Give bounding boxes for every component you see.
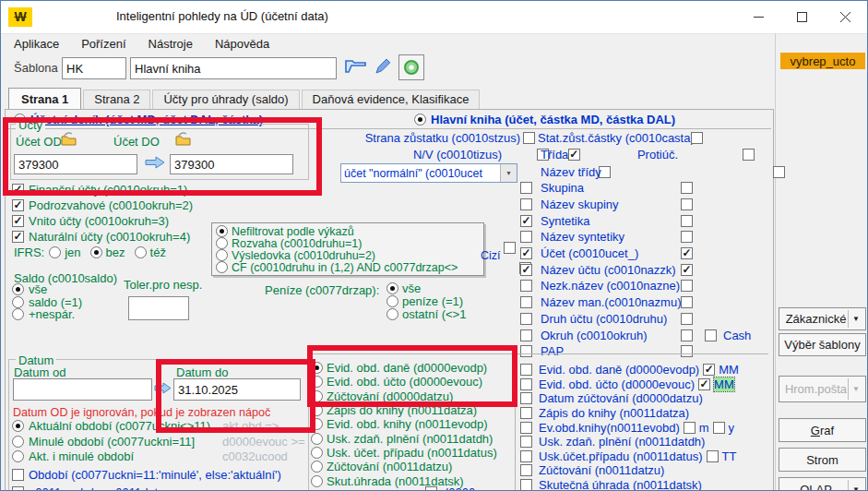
- checkbox[interactable]: [12, 184, 24, 196]
- vykaz-option[interactable]: CF (c0010druhu in (1,2) AND c0077drzap<>: [216, 261, 458, 273]
- radio-button[interactable]: [49, 246, 61, 258]
- radio-button[interactable]: [311, 475, 323, 487]
- chevron-down-icon[interactable]: [500, 164, 517, 182]
- radio-button[interactable]: [12, 283, 24, 295]
- period-option[interactable]: Aktuální období (c0077uckni<>11) akt.obd…: [12, 418, 316, 434]
- checkbox[interactable]: [520, 407, 532, 419]
- radio-button[interactable]: [386, 295, 398, 307]
- minimize-icon[interactable]: [737, 1, 780, 32]
- checkbox[interactable]: [520, 296, 532, 308]
- folder-icon[interactable]: [174, 131, 192, 150]
- radio-button[interactable]: [311, 390, 323, 402]
- tab[interactable]: Daňová evidence, Klasifikace: [302, 90, 481, 109]
- tab[interactable]: Strana 2: [83, 90, 150, 109]
- ucet-do-input[interactable]: [170, 154, 293, 174]
- zakaznicke-dropdown-button[interactable]: Zákaznické: [779, 307, 866, 330]
- checkbox[interactable]: [520, 264, 532, 276]
- view-mode-kniha-radio[interactable]: Hlavní kniha (účet, částka MD, částka DA…: [414, 113, 675, 126]
- date-checkbox-row[interactable]: Ev.obd.knihy(n0011evobd) m y: [520, 420, 739, 435]
- radio-button[interactable]: [311, 447, 323, 459]
- vyber-sablony-button[interactable]: Výběr šablony: [779, 333, 866, 356]
- checkbox[interactable]: [12, 215, 24, 227]
- period-option[interactable]: Akt. i minulé období c0032ucood: [12, 449, 316, 465]
- edit-pencil-icon[interactable]: [374, 57, 392, 78]
- checkbox[interactable]: [520, 247, 532, 259]
- vykaz-option[interactable]: Rozvaha (c0010druhu=1): [216, 237, 458, 249]
- protiuc-checkbox[interactable]: [681, 329, 693, 341]
- checkbox[interactable]: [12, 199, 24, 211]
- date-checkbox-row[interactable]: Datum zúčtování (d0000datzu): [520, 391, 739, 406]
- protiuc-checkbox[interactable]: [681, 215, 693, 227]
- penize-option[interactable]: vše: [386, 281, 466, 294]
- evid-option[interactable]: Usk. zdaň. plnění (n0011datdh): [311, 431, 497, 445]
- trida-checkbox[interactable]: [568, 149, 580, 161]
- ucet-od-input[interactable]: [14, 154, 137, 174]
- datum-do-input[interactable]: [173, 378, 301, 401]
- protiuc-checkbox[interactable]: [681, 182, 693, 194]
- ifrs-option[interactable]: též: [135, 246, 166, 259]
- radio-button[interactable]: [216, 249, 228, 261]
- checkbox[interactable]: [520, 313, 532, 325]
- date-checkbox-row[interactable]: Zúčtování (n0011datzu): [520, 463, 739, 478]
- okruh-checkbox-row[interactable]: Finanční účty (c0010okruh=1): [12, 182, 193, 198]
- protiuc-checkbox[interactable]: [681, 313, 693, 325]
- cash-checkbox[interactable]: [705, 329, 717, 341]
- graf-button[interactable]: Graf: [779, 418, 866, 442]
- okruh-checkbox-row[interactable]: Vnito účty (c0010okruh=3): [12, 213, 193, 229]
- template-code-input[interactable]: [62, 57, 126, 79]
- radio-button[interactable]: [311, 376, 323, 388]
- suffix-checkbox[interactable]: [707, 450, 719, 462]
- checkbox[interactable]: [520, 215, 532, 227]
- checkbox[interactable]: [520, 329, 532, 341]
- radio-button[interactable]: [12, 436, 24, 448]
- saldo-option[interactable]: saldo (=1): [12, 295, 82, 307]
- okruh-checkbox-row[interactable]: Podrozvahové (c0010okruh=2): [12, 198, 193, 213]
- protiuc-nazev-tridy-checkbox[interactable]: [773, 166, 785, 178]
- protiuc-checkbox[interactable]: [681, 280, 693, 292]
- evid-option[interactable]: Skut.úhrada (n0011datsk): [311, 473, 497, 487]
- ifrs-option[interactable]: bez: [90, 246, 125, 259]
- saldo-option[interactable]: +nespár.: [12, 308, 82, 320]
- date-checkbox-row[interactable]: Usk.účet.případu (n0011datus) TT: [520, 449, 739, 464]
- radio-button[interactable]: [311, 404, 323, 416]
- radio-button[interactable]: [311, 418, 323, 430]
- suffix-checkbox[interactable]: [703, 364, 715, 376]
- checkbox[interactable]: [520, 422, 532, 434]
- evid-option[interactable]: Zúčtování (n0011datzu): [311, 460, 497, 473]
- checkbox[interactable]: [520, 464, 532, 476]
- evid-option[interactable]: Evid. obd. účto (d0000evouc): [311, 375, 497, 389]
- radio-button[interactable]: [12, 308, 24, 320]
- radio-button[interactable]: [311, 433, 323, 445]
- menu-item[interactable]: Nápověda: [204, 37, 280, 51]
- olap-dropdown-button[interactable]: OLAP: [779, 477, 866, 491]
- tab[interactable]: Účty pro úhrady (saldo): [152, 90, 299, 109]
- date-checkbox-row[interactable]: Usk. zdaň. plnění (n0011datdh): [520, 435, 739, 449]
- evid-option[interactable]: Zápis do knihy (n0011datza): [311, 403, 497, 417]
- date-checkbox-row[interactable]: Skutečná úhrada (n0011datsk): [520, 478, 739, 491]
- protiuc-checkbox[interactable]: [681, 345, 693, 357]
- suffix-checkbox[interactable]: [684, 422, 696, 434]
- cizi-checkbox-1[interactable]: [504, 242, 516, 254]
- protiuc-checkbox[interactable]: [681, 264, 693, 276]
- vykaz-option[interactable]: Výsledovka (c0010druhu=2): [216, 249, 458, 261]
- radio-button[interactable]: [414, 114, 426, 126]
- strom-button[interactable]: Strom: [779, 448, 866, 472]
- evid-option[interactable]: Evid. obd. knihy (n0011evodp): [311, 417, 497, 431]
- radio-button[interactable]: [216, 237, 228, 249]
- checkbox[interactable]: [520, 450, 532, 462]
- checkbox[interactable]: [523, 132, 535, 144]
- period-option[interactable]: Minulé období (c0077uckni=11] d0000evouc…: [12, 434, 316, 449]
- menu-item[interactable]: Aplikace: [3, 37, 70, 51]
- checkbox[interactable]: [12, 486, 24, 491]
- penize-option[interactable]: peníze (=1): [386, 294, 466, 307]
- checkbox[interactable]: [520, 182, 532, 194]
- radio-button[interactable]: [12, 296, 24, 308]
- checkbox[interactable]: [520, 378, 532, 390]
- checkbox[interactable]: [520, 479, 532, 491]
- radio-button[interactable]: [90, 246, 102, 258]
- checkbox[interactable]: [520, 392, 532, 404]
- radio-button[interactable]: [135, 246, 147, 258]
- vykaz-option[interactable]: Nefiltrovat podle výkazů: [216, 225, 458, 237]
- evid-option[interactable]: Evid. obd. daně (d0000evodp): [311, 361, 497, 375]
- radio-button[interactable]: [12, 420, 24, 432]
